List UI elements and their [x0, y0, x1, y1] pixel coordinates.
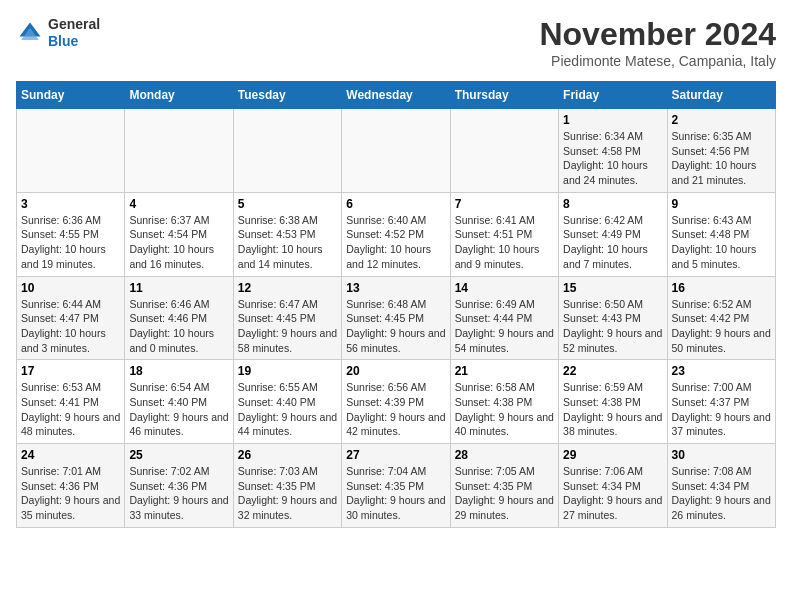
- title-area: November 2024 Piedimonte Matese, Campani…: [539, 16, 776, 69]
- calendar-cell: 21Sunrise: 6:58 AMSunset: 4:38 PMDayligh…: [450, 360, 558, 444]
- day-info: Sunrise: 6:55 AMSunset: 4:40 PMDaylight:…: [238, 380, 337, 439]
- day-info: Sunrise: 7:01 AMSunset: 4:36 PMDaylight:…: [21, 464, 120, 523]
- day-number: 3: [21, 197, 120, 211]
- day-number: 16: [672, 281, 771, 295]
- day-number: 30: [672, 448, 771, 462]
- day-info: Sunrise: 6:40 AMSunset: 4:52 PMDaylight:…: [346, 213, 445, 272]
- calendar: SundayMondayTuesdayWednesdayThursdayFrid…: [16, 81, 776, 528]
- calendar-cell: 12Sunrise: 6:47 AMSunset: 4:45 PMDayligh…: [233, 276, 341, 360]
- logo-icon: [16, 19, 44, 47]
- day-number: 19: [238, 364, 337, 378]
- day-number: 29: [563, 448, 662, 462]
- day-info: Sunrise: 6:42 AMSunset: 4:49 PMDaylight:…: [563, 213, 662, 272]
- day-info: Sunrise: 7:02 AMSunset: 4:36 PMDaylight:…: [129, 464, 228, 523]
- day-info: Sunrise: 6:41 AMSunset: 4:51 PMDaylight:…: [455, 213, 554, 272]
- calendar-week: 1Sunrise: 6:34 AMSunset: 4:58 PMDaylight…: [17, 109, 776, 193]
- weekday-header: Sunday: [17, 82, 125, 109]
- calendar-cell: [17, 109, 125, 193]
- calendar-cell: 24Sunrise: 7:01 AMSunset: 4:36 PMDayligh…: [17, 444, 125, 528]
- day-info: Sunrise: 6:48 AMSunset: 4:45 PMDaylight:…: [346, 297, 445, 356]
- calendar-week: 10Sunrise: 6:44 AMSunset: 4:47 PMDayligh…: [17, 276, 776, 360]
- day-info: Sunrise: 6:56 AMSunset: 4:39 PMDaylight:…: [346, 380, 445, 439]
- day-info: Sunrise: 6:58 AMSunset: 4:38 PMDaylight:…: [455, 380, 554, 439]
- day-info: Sunrise: 7:04 AMSunset: 4:35 PMDaylight:…: [346, 464, 445, 523]
- day-number: 10: [21, 281, 120, 295]
- calendar-cell: 27Sunrise: 7:04 AMSunset: 4:35 PMDayligh…: [342, 444, 450, 528]
- calendar-cell: 29Sunrise: 7:06 AMSunset: 4:34 PMDayligh…: [559, 444, 667, 528]
- day-info: Sunrise: 7:05 AMSunset: 4:35 PMDaylight:…: [455, 464, 554, 523]
- day-info: Sunrise: 7:00 AMSunset: 4:37 PMDaylight:…: [672, 380, 771, 439]
- calendar-cell: 8Sunrise: 6:42 AMSunset: 4:49 PMDaylight…: [559, 192, 667, 276]
- day-info: Sunrise: 6:43 AMSunset: 4:48 PMDaylight:…: [672, 213, 771, 272]
- calendar-cell: 3Sunrise: 6:36 AMSunset: 4:55 PMDaylight…: [17, 192, 125, 276]
- day-number: 25: [129, 448, 228, 462]
- calendar-cell: 9Sunrise: 6:43 AMSunset: 4:48 PMDaylight…: [667, 192, 775, 276]
- day-number: 4: [129, 197, 228, 211]
- location: Piedimonte Matese, Campania, Italy: [539, 53, 776, 69]
- day-info: Sunrise: 6:50 AMSunset: 4:43 PMDaylight:…: [563, 297, 662, 356]
- calendar-cell: 16Sunrise: 6:52 AMSunset: 4:42 PMDayligh…: [667, 276, 775, 360]
- logo-general: General: [48, 16, 100, 33]
- calendar-cell: [125, 109, 233, 193]
- day-info: Sunrise: 6:52 AMSunset: 4:42 PMDaylight:…: [672, 297, 771, 356]
- calendar-header: SundayMondayTuesdayWednesdayThursdayFrid…: [17, 82, 776, 109]
- day-number: 13: [346, 281, 445, 295]
- day-info: Sunrise: 7:08 AMSunset: 4:34 PMDaylight:…: [672, 464, 771, 523]
- weekday-header: Friday: [559, 82, 667, 109]
- calendar-cell: 26Sunrise: 7:03 AMSunset: 4:35 PMDayligh…: [233, 444, 341, 528]
- day-number: 23: [672, 364, 771, 378]
- day-number: 9: [672, 197, 771, 211]
- weekday-header: Wednesday: [342, 82, 450, 109]
- calendar-week: 24Sunrise: 7:01 AMSunset: 4:36 PMDayligh…: [17, 444, 776, 528]
- day-info: Sunrise: 6:59 AMSunset: 4:38 PMDaylight:…: [563, 380, 662, 439]
- logo: General Blue: [16, 16, 100, 50]
- day-number: 2: [672, 113, 771, 127]
- day-number: 17: [21, 364, 120, 378]
- day-number: 14: [455, 281, 554, 295]
- calendar-week: 3Sunrise: 6:36 AMSunset: 4:55 PMDaylight…: [17, 192, 776, 276]
- calendar-body: 1Sunrise: 6:34 AMSunset: 4:58 PMDaylight…: [17, 109, 776, 528]
- day-number: 5: [238, 197, 337, 211]
- day-number: 15: [563, 281, 662, 295]
- calendar-cell: 28Sunrise: 7:05 AMSunset: 4:35 PMDayligh…: [450, 444, 558, 528]
- header: General Blue November 2024 Piedimonte Ma…: [16, 16, 776, 69]
- day-number: 7: [455, 197, 554, 211]
- day-info: Sunrise: 7:06 AMSunset: 4:34 PMDaylight:…: [563, 464, 662, 523]
- calendar-cell: 10Sunrise: 6:44 AMSunset: 4:47 PMDayligh…: [17, 276, 125, 360]
- calendar-cell: 30Sunrise: 7:08 AMSunset: 4:34 PMDayligh…: [667, 444, 775, 528]
- calendar-cell: 2Sunrise: 6:35 AMSunset: 4:56 PMDaylight…: [667, 109, 775, 193]
- weekday-row: SundayMondayTuesdayWednesdayThursdayFrid…: [17, 82, 776, 109]
- weekday-header: Saturday: [667, 82, 775, 109]
- day-info: Sunrise: 7:03 AMSunset: 4:35 PMDaylight:…: [238, 464, 337, 523]
- calendar-cell: 25Sunrise: 7:02 AMSunset: 4:36 PMDayligh…: [125, 444, 233, 528]
- calendar-cell: 22Sunrise: 6:59 AMSunset: 4:38 PMDayligh…: [559, 360, 667, 444]
- calendar-cell: 20Sunrise: 6:56 AMSunset: 4:39 PMDayligh…: [342, 360, 450, 444]
- day-info: Sunrise: 6:36 AMSunset: 4:55 PMDaylight:…: [21, 213, 120, 272]
- day-info: Sunrise: 6:37 AMSunset: 4:54 PMDaylight:…: [129, 213, 228, 272]
- calendar-cell: 4Sunrise: 6:37 AMSunset: 4:54 PMDaylight…: [125, 192, 233, 276]
- calendar-cell: 17Sunrise: 6:53 AMSunset: 4:41 PMDayligh…: [17, 360, 125, 444]
- calendar-cell: 6Sunrise: 6:40 AMSunset: 4:52 PMDaylight…: [342, 192, 450, 276]
- day-number: 21: [455, 364, 554, 378]
- calendar-cell: 18Sunrise: 6:54 AMSunset: 4:40 PMDayligh…: [125, 360, 233, 444]
- day-number: 20: [346, 364, 445, 378]
- day-number: 18: [129, 364, 228, 378]
- day-number: 24: [21, 448, 120, 462]
- day-info: Sunrise: 6:53 AMSunset: 4:41 PMDaylight:…: [21, 380, 120, 439]
- calendar-cell: 15Sunrise: 6:50 AMSunset: 4:43 PMDayligh…: [559, 276, 667, 360]
- calendar-cell: 19Sunrise: 6:55 AMSunset: 4:40 PMDayligh…: [233, 360, 341, 444]
- day-number: 11: [129, 281, 228, 295]
- day-number: 28: [455, 448, 554, 462]
- month-title: November 2024: [539, 16, 776, 53]
- day-number: 12: [238, 281, 337, 295]
- day-number: 1: [563, 113, 662, 127]
- calendar-cell: [342, 109, 450, 193]
- calendar-cell: [450, 109, 558, 193]
- day-info: Sunrise: 6:34 AMSunset: 4:58 PMDaylight:…: [563, 129, 662, 188]
- day-number: 22: [563, 364, 662, 378]
- calendar-cell: 23Sunrise: 7:00 AMSunset: 4:37 PMDayligh…: [667, 360, 775, 444]
- day-number: 26: [238, 448, 337, 462]
- day-info: Sunrise: 6:35 AMSunset: 4:56 PMDaylight:…: [672, 129, 771, 188]
- calendar-cell: 5Sunrise: 6:38 AMSunset: 4:53 PMDaylight…: [233, 192, 341, 276]
- day-number: 27: [346, 448, 445, 462]
